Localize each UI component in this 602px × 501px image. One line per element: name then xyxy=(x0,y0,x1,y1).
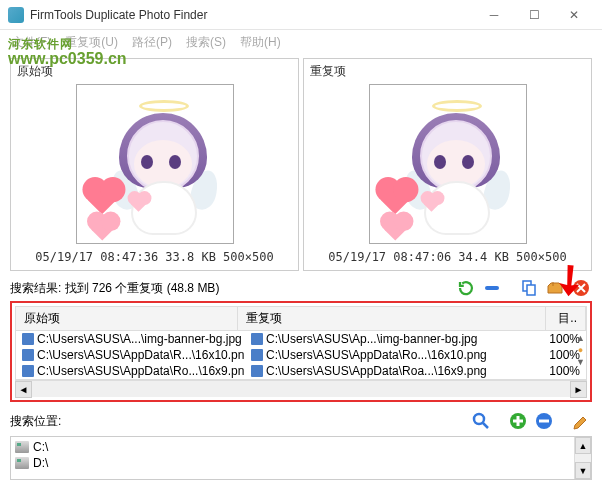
file-icon xyxy=(251,349,263,361)
remove-dup-button[interactable] xyxy=(481,277,503,299)
file-icon xyxy=(22,349,34,361)
file-icon xyxy=(251,333,263,345)
locations-list[interactable]: ▲▼ C:\D:\ xyxy=(10,436,592,480)
row-original: C:\Users\ASUS\AppData\Ro...\16x9.png xyxy=(37,364,245,378)
remove-location-button[interactable] xyxy=(533,410,555,432)
drive-path: D:\ xyxy=(33,456,48,470)
row-duplicate: C:\Users\ASUS\AppData\Ro...\16x10.png xyxy=(245,348,546,362)
row-original: C:\Users\ASUS\A...\img-banner-bg.jpg xyxy=(37,332,245,346)
svg-rect-2 xyxy=(527,285,535,295)
drive-icon xyxy=(15,441,29,453)
original-thumbnail[interactable] xyxy=(76,84,234,244)
table-row[interactable]: C:\Users\ASUS\AppData\R...\16x10.pngC:\U… xyxy=(16,347,586,363)
location-label: 搜索位置: xyxy=(10,413,61,430)
search-button[interactable] xyxy=(470,410,492,432)
drive-icon xyxy=(15,457,29,469)
col-match[interactable]: 目.. xyxy=(546,307,586,330)
row-duplicate: C:\Users\ASUS\Ap...\img-banner-bg.jpg xyxy=(245,332,546,346)
col-duplicate[interactable]: 重复项 xyxy=(238,307,546,330)
watermark-url: www.pc0359.cn xyxy=(8,50,127,68)
row-original: C:\Users\ASUS\AppData\R...\16x10.png xyxy=(37,348,245,362)
move-button[interactable] xyxy=(544,277,566,299)
original-meta: 05/19/17 08:47:36 33.8 KB 500×500 xyxy=(17,250,292,264)
duplicate-label: 重复项 xyxy=(310,63,585,80)
menu-path[interactable]: 路径(P) xyxy=(126,32,178,53)
results-header: 原始项 重复项 目.. xyxy=(15,306,587,331)
drive-row[interactable]: D:\ xyxy=(13,455,589,471)
preview-row: 原始项 05/19/17 08:47:36 33.8 KB 500×500 重复… xyxy=(0,54,602,275)
close-button[interactable]: ✕ xyxy=(554,1,594,29)
svg-rect-0 xyxy=(485,286,499,290)
drive-path: C:\ xyxy=(33,440,48,454)
results-panel: 原始项 重复项 目.. ▲●▼ C:\Users\ASUS\A...\img-b… xyxy=(10,301,592,402)
watermark-text: 河东软件网 xyxy=(8,37,73,51)
file-icon xyxy=(22,333,34,345)
row-duplicate: C:\Users\ASUS\AppData\Roa...\16x9.png xyxy=(245,364,546,378)
maximize-button[interactable]: ☐ xyxy=(514,1,554,29)
svg-point-4 xyxy=(474,414,484,424)
refresh-button[interactable] xyxy=(455,277,477,299)
original-preview-panel: 原始项 05/19/17 08:47:36 33.8 KB 500×500 xyxy=(10,58,299,271)
location-toolbar: 搜索位置: xyxy=(0,408,602,434)
watermark: 河东软件网 www.pc0359.cn xyxy=(8,26,127,68)
menu-search[interactable]: 搜索(S) xyxy=(180,32,232,53)
scroll-right-button[interactable]: ► xyxy=(570,381,587,398)
results-hscroll[interactable]: ◄ ► xyxy=(15,380,587,397)
scroll-left-button[interactable]: ◄ xyxy=(15,381,32,398)
table-row[interactable]: C:\Users\ASUS\AppData\Ro...\16x9.pngC:\U… xyxy=(16,363,586,379)
app-icon xyxy=(8,7,24,23)
duplicate-preview-panel: 重复项 05/19/17 08:47:06 34.4 KB 500×500 xyxy=(303,58,592,271)
table-row[interactable]: C:\Users\ASUS\A...\img-banner-bg.jpgC:\U… xyxy=(16,331,586,347)
results-summary: 搜索结果: 找到 726 个重复项 (48.8 MB) xyxy=(10,280,451,297)
drive-row[interactable]: C:\ xyxy=(13,439,589,455)
edit-location-button[interactable] xyxy=(570,410,592,432)
duplicate-thumbnail[interactable] xyxy=(369,84,527,244)
copy-button[interactable] xyxy=(518,277,540,299)
duplicate-meta: 05/19/17 08:47:06 34.4 KB 500×500 xyxy=(310,250,585,264)
file-icon xyxy=(251,365,263,377)
col-original[interactable]: 原始项 xyxy=(16,307,238,330)
locations-vscroll[interactable]: ▲▼ xyxy=(574,437,591,479)
results-vscroll[interactable]: ▲●▼ xyxy=(575,331,586,379)
results-list[interactable]: ▲●▼ C:\Users\ASUS\A...\img-banner-bg.jpg… xyxy=(15,331,587,380)
delete-button[interactable] xyxy=(570,277,592,299)
window-title: FirmTools Duplicate Photo Finder xyxy=(30,8,474,22)
add-location-button[interactable] xyxy=(507,410,529,432)
minimize-button[interactable]: ─ xyxy=(474,1,514,29)
file-icon xyxy=(22,365,34,377)
results-toolbar: 搜索结果: 找到 726 个重复项 (48.8 MB) xyxy=(0,275,602,301)
menu-help[interactable]: 帮助(H) xyxy=(234,32,287,53)
